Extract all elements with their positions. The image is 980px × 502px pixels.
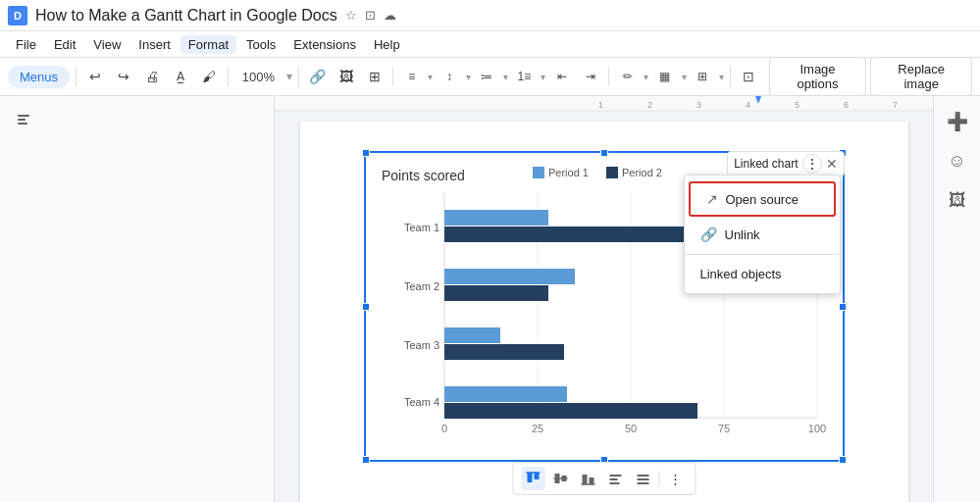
- unlink-label: Unlink: [725, 227, 760, 242]
- table-dropdown[interactable]: ▾: [719, 72, 724, 82]
- svg-rect-52: [637, 475, 648, 477]
- svg-rect-3: [275, 96, 933, 112]
- handle-br: [839, 456, 847, 464]
- redo-button[interactable]: ↪: [111, 63, 135, 90]
- link-button[interactable]: 🔗: [305, 63, 330, 90]
- menu-extensions[interactable]: Extensions: [285, 35, 364, 54]
- print-button[interactable]: 🖨: [139, 63, 164, 90]
- menu-file[interactable]: File: [8, 35, 44, 54]
- svg-rect-15: [606, 167, 618, 178]
- right-image-button[interactable]: 🖼: [940, 182, 975, 218]
- paint-format-button[interactable]: 🖌: [197, 63, 222, 90]
- menu-format[interactable]: Format: [181, 35, 236, 54]
- svg-rect-0: [18, 115, 29, 117]
- chart-container[interactable]: Linked chart ⋮ ✕ ↗ Open source 🔗 Unlink: [364, 151, 845, 462]
- svg-rect-2: [18, 123, 27, 125]
- border-button[interactable]: ▦: [652, 63, 677, 90]
- table-button[interactable]: ⊞: [691, 63, 715, 90]
- insert-image-button[interactable]: ⊞: [362, 63, 387, 90]
- svg-text:Period 2: Period 2: [622, 167, 662, 178]
- right-add-button[interactable]: ➕: [940, 104, 975, 139]
- title-bar: D How to Make a Gantt Chart in Google Do…: [0, 0, 980, 31]
- star-icon[interactable]: ☆: [345, 8, 357, 23]
- indent-decrease-button[interactable]: ⇤: [549, 63, 574, 90]
- menu-tools[interactable]: Tools: [238, 35, 284, 54]
- svg-rect-49: [609, 475, 621, 477]
- svg-rect-47: [589, 477, 593, 484]
- align-middle-button[interactable]: [548, 467, 572, 490]
- dropdown-open-source[interactable]: ↗ Open source: [689, 181, 836, 217]
- highlight-button[interactable]: ✏: [615, 63, 640, 90]
- align-bottom-button[interactable]: [576, 467, 599, 490]
- linked-chart-close-button[interactable]: ✕: [826, 156, 838, 172]
- indent-increase-button[interactable]: ⇥: [578, 63, 602, 90]
- highlight-dropdown[interactable]: ▾: [644, 72, 648, 82]
- dropdown-unlink[interactable]: 🔗 Unlink: [685, 219, 840, 250]
- list-dropdown[interactable]: ▾: [503, 72, 508, 82]
- numbered-list-button[interactable]: 1≡: [512, 63, 537, 90]
- align-text-button[interactable]: [603, 467, 627, 490]
- svg-rect-50: [609, 478, 617, 480]
- image-options-button[interactable]: Image options: [769, 57, 866, 96]
- numbered-dropdown[interactable]: ▾: [541, 72, 545, 82]
- menu-edit[interactable]: Edit: [46, 35, 83, 54]
- svg-text:Team 1: Team 1: [403, 222, 438, 233]
- image-button[interactable]: 🖼: [334, 63, 358, 90]
- handle-tm: [600, 149, 608, 157]
- open-source-icon: ↗: [706, 191, 718, 207]
- svg-text:0: 0: [440, 423, 446, 434]
- linked-chart-label: Linked chart: [734, 157, 798, 171]
- menu-view[interactable]: View: [85, 35, 129, 54]
- folder-icon[interactable]: ⊡: [365, 8, 376, 23]
- svg-rect-35: [444, 327, 500, 343]
- undo-button[interactable]: ↩: [82, 63, 107, 90]
- handle-tl: [362, 149, 370, 157]
- svg-rect-41: [534, 473, 539, 479]
- dropdown-divider: [685, 254, 840, 255]
- menus-button[interactable]: Menus: [8, 66, 70, 88]
- crop-button[interactable]: ⊡: [737, 63, 761, 90]
- divider-1: [76, 67, 77, 86]
- zoom-button[interactable]: 100%: [234, 66, 283, 88]
- more-options-button[interactable]: ⋮: [663, 467, 687, 490]
- svg-text:3: 3: [696, 100, 701, 110]
- svg-rect-30: [444, 226, 687, 242]
- svg-rect-39: [444, 403, 697, 419]
- divider-5: [608, 67, 609, 86]
- svg-rect-32: [444, 269, 575, 284]
- svg-text:75: 75: [717, 423, 729, 434]
- spell-button[interactable]: A̲: [168, 63, 192, 90]
- zoom-dropdown-icon[interactable]: ▾: [286, 70, 292, 83]
- align-top-button[interactable]: [521, 467, 544, 490]
- page-area: 1 2 3 4 5 6 7: [275, 96, 933, 502]
- border-dropdown[interactable]: ▾: [682, 72, 687, 82]
- line-spacing-button[interactable]: ↕: [437, 63, 461, 90]
- outline-icon[interactable]: [0, 96, 274, 146]
- svg-text:Team 2: Team 2: [403, 280, 438, 292]
- menu-help[interactable]: Help: [366, 35, 408, 54]
- horizontal-ruler: 1 2 3 4 5 6 7: [275, 96, 933, 112]
- menu-insert[interactable]: Insert: [130, 35, 179, 54]
- right-panel: ➕ ☺ 🖼: [933, 96, 980, 502]
- handle-ml: [362, 303, 370, 311]
- right-emoji-button[interactable]: ☺: [940, 143, 975, 178]
- divider-4: [392, 67, 393, 86]
- align-dropdown[interactable]: ▾: [428, 72, 433, 82]
- svg-rect-33: [444, 285, 548, 301]
- svg-text:6: 6: [844, 100, 849, 110]
- handle-bl: [362, 456, 370, 464]
- align-full-button[interactable]: [631, 467, 654, 490]
- cloud-icon[interactable]: ☁: [384, 8, 396, 23]
- title-icons: ☆ ⊡ ☁: [345, 8, 396, 23]
- dropdown-linked-objects[interactable]: Linked objects: [685, 259, 840, 289]
- divider-6: [730, 67, 731, 86]
- replace-image-button[interactable]: Replace image: [870, 57, 972, 96]
- main-content: 1 2 3 4 5 6 7: [0, 96, 980, 502]
- svg-rect-1: [18, 119, 26, 121]
- list-button[interactable]: ≔: [475, 63, 499, 90]
- linked-chart-menu-button[interactable]: ⋮: [802, 154, 822, 174]
- align-button[interactable]: ≡: [399, 63, 424, 90]
- doc-page: Linked chart ⋮ ✕ ↗ Open source 🔗 Unlink: [275, 112, 933, 502]
- spacing-dropdown[interactable]: ▾: [466, 72, 471, 82]
- dropdown-menu: ↗ Open source 🔗 Unlink Linked objects: [684, 175, 841, 294]
